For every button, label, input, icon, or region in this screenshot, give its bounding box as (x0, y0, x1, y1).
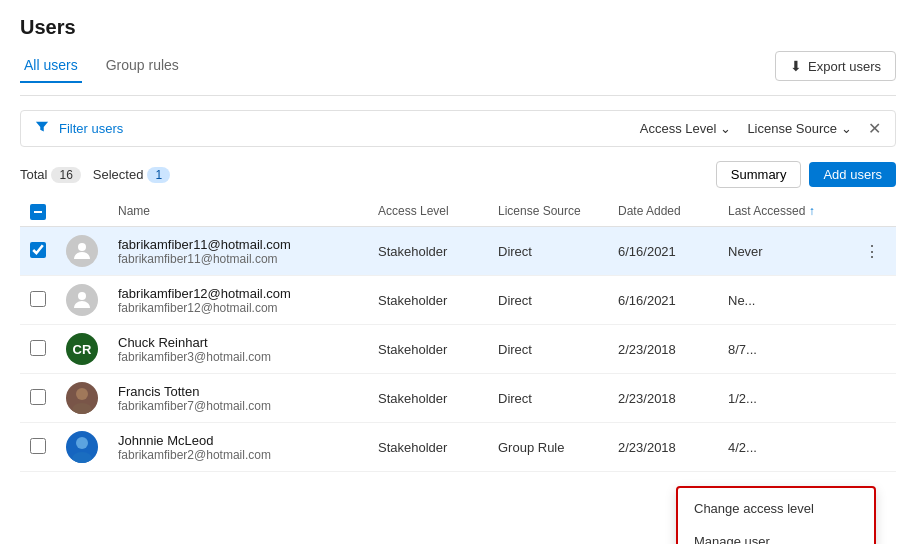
user-info: Johnnie McLeod fabrikamfiber2@hotmail.co… (118, 433, 358, 462)
table-row: Francis Totten fabrikamfiber7@hotmail.co… (20, 374, 896, 423)
download-icon: ⬇ (790, 58, 802, 74)
user-name: Chuck Reinhart (118, 335, 358, 350)
summary-button[interactable]: Summary (716, 161, 802, 188)
user-name: Johnnie McLeod (118, 433, 358, 448)
date-added-cell: 2/23/2018 (608, 423, 718, 472)
date-added-cell: 2/23/2018 (608, 325, 718, 374)
svg-point-1 (78, 292, 86, 300)
user-email: fabrikamfiber12@hotmail.com (118, 286, 358, 301)
selected-count-badge: 1 (147, 167, 170, 183)
tab-all-users[interactable]: All users (20, 49, 82, 83)
total-count-badge: 16 (51, 167, 80, 183)
user-name: Francis Totten (118, 384, 358, 399)
row-checkbox-1[interactable] (30, 242, 46, 258)
svg-point-4 (76, 437, 88, 449)
last-accessed-cell: 1/2... (718, 374, 848, 423)
context-menu-item-manage-user[interactable]: Manage user (678, 525, 874, 544)
avatar (66, 284, 98, 316)
user-sub-email: fabrikamfiber12@hotmail.com (118, 301, 358, 315)
table-row: fabrikamfiber12@hotmail.com fabrikamfibe… (20, 276, 896, 325)
access-level-cell: Stakeholder (368, 325, 488, 374)
license-source-cell: Direct (488, 374, 608, 423)
svg-point-0 (78, 243, 86, 251)
license-source-cell: Direct (488, 227, 608, 276)
user-info: Chuck Reinhart fabrikamfiber3@hotmail.co… (118, 335, 358, 364)
context-menu-item-change-access[interactable]: Change access level (678, 492, 874, 525)
last-accessed-cell: 4/2... (718, 423, 848, 472)
table-row: CR Chuck Reinhart fabrikamfiber3@hotmail… (20, 325, 896, 374)
user-info: fabrikamfiber11@hotmail.com fabrikamfibe… (118, 237, 358, 266)
chevron-down-icon: ⌄ (841, 121, 852, 136)
license-source-cell: Group Rule (488, 423, 608, 472)
col-header-access: Access Level (368, 196, 488, 227)
user-sub-email: fabrikamfiber3@hotmail.com (118, 350, 358, 364)
select-all-checkbox[interactable] (30, 204, 46, 220)
table-row: Johnnie McLeod fabrikamfiber2@hotmail.co… (20, 423, 896, 472)
col-header-last: Last Accessed ↑ (718, 196, 848, 227)
col-header-date: Date Added (608, 196, 718, 227)
last-accessed-cell: 8/7... (718, 325, 848, 374)
date-added-cell: 2/23/2018 (608, 374, 718, 423)
avatar (66, 235, 98, 267)
date-added-cell: 6/16/2021 (608, 227, 718, 276)
export-users-button[interactable]: ⬇ Export users (775, 51, 896, 81)
filter-bar: Filter users Access Level ⌄ License Sour… (20, 110, 896, 147)
table-row: fabrikamfiber11@hotmail.com fabrikamfibe… (20, 227, 896, 276)
svg-point-5 (72, 452, 92, 463)
filter-users-label[interactable]: Filter users (59, 121, 630, 136)
selected-label: Selected (93, 167, 144, 182)
export-label: Export users (808, 59, 881, 74)
license-source-cell: Direct (488, 276, 608, 325)
user-sub-email: fabrikamfiber11@hotmail.com (118, 252, 358, 266)
add-users-button[interactable]: Add users (809, 162, 896, 187)
col-header-name: Name (108, 196, 368, 227)
user-email: fabrikamfiber11@hotmail.com (118, 237, 358, 252)
svg-point-3 (72, 403, 92, 414)
total-label: Total (20, 167, 47, 182)
page-title: Users (20, 16, 896, 39)
avatar (66, 431, 98, 463)
row-checkbox-3[interactable] (30, 340, 46, 356)
date-added-cell: 6/16/2021 (608, 276, 718, 325)
access-level-label: Access Level (640, 121, 717, 136)
list-header: Total 16 Selected 1 Summary Add users (20, 161, 896, 188)
avatar: CR (66, 333, 98, 365)
users-table: Name Access Level License Source Date Ad… (20, 196, 896, 472)
license-source-cell: Direct (488, 325, 608, 374)
indeterminate-icon (34, 211, 42, 213)
tab-group-rules[interactable]: Group rules (102, 49, 183, 83)
filter-close-icon[interactable]: ✕ (868, 119, 881, 138)
license-source-dropdown[interactable]: License Source ⌄ (747, 121, 852, 136)
user-info: fabrikamfiber12@hotmail.com fabrikamfibe… (118, 286, 358, 315)
access-level-cell: Stakeholder (368, 227, 488, 276)
avatar (66, 382, 98, 414)
svg-point-2 (76, 388, 88, 400)
license-source-label: License Source (747, 121, 837, 136)
user-sub-email: fabrikamfiber2@hotmail.com (118, 448, 358, 462)
access-level-dropdown[interactable]: Access Level ⌄ (640, 121, 732, 136)
last-accessed-cell: Ne... (718, 276, 848, 325)
row-more-button-1[interactable]: ⋮ (858, 237, 886, 265)
user-sub-email: fabrikamfiber7@hotmail.com (118, 399, 358, 413)
access-level-cell: Stakeholder (368, 276, 488, 325)
row-checkbox-4[interactable] (30, 389, 46, 405)
filter-icon (35, 120, 49, 137)
context-menu: Change access level Manage user Resend i… (676, 486, 876, 544)
chevron-down-icon: ⌄ (720, 121, 731, 136)
access-level-cell: Stakeholder (368, 423, 488, 472)
user-info: Francis Totten fabrikamfiber7@hotmail.co… (118, 384, 358, 413)
row-checkbox-5[interactable] (30, 438, 46, 454)
access-level-cell: Stakeholder (368, 374, 488, 423)
row-checkbox-2[interactable] (30, 291, 46, 307)
col-header-license: License Source (488, 196, 608, 227)
last-accessed-cell: Never (718, 227, 848, 276)
